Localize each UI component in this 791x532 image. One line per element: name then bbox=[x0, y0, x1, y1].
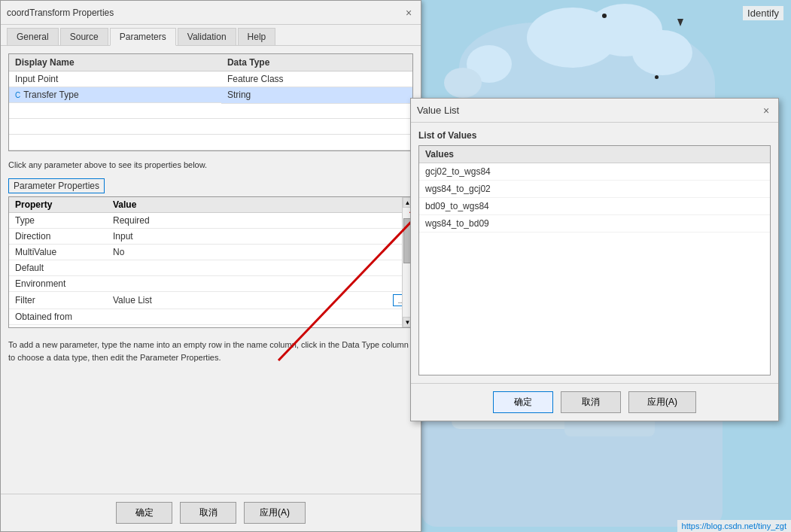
value-list-close-button[interactable]: × bbox=[760, 105, 772, 117]
table-row: Environment bbox=[9, 276, 412, 292]
list-item[interactable]: wgs84_to_bd09 bbox=[419, 215, 770, 233]
vl-cancel-button[interactable]: 取消 bbox=[561, 391, 621, 413]
table-row: MultiValue No bbox=[9, 245, 412, 260]
filter-value-text: Value List bbox=[113, 295, 390, 306]
prop-table: Property Value Type Required Direction I… bbox=[9, 197, 412, 325]
main-dialog-titlebar: coordTransform Properties × bbox=[1, 1, 421, 25]
table-row[interactable] bbox=[9, 135, 412, 150]
prop-col2: Value bbox=[107, 197, 412, 213]
value-list-title: Value List bbox=[417, 105, 459, 116]
prop-default-label: Default bbox=[9, 260, 107, 276]
col-display-name: Display Name bbox=[9, 54, 221, 71]
prop-multivalue-label: MultiValue bbox=[9, 245, 107, 260]
prop-default-value bbox=[107, 260, 412, 276]
prop-multivalue-value: No bbox=[107, 245, 412, 260]
list-item[interactable]: gcj02_to_wgs84 bbox=[419, 163, 770, 181]
main-dialog: coordTransform Properties × General Sour… bbox=[0, 0, 421, 532]
table-row: Obtained from bbox=[9, 309, 412, 325]
click-info-text: Click any parameter above to see its pro… bbox=[8, 159, 413, 171]
table-row[interactable] bbox=[9, 119, 412, 135]
main-confirm-button[interactable]: 确定 bbox=[116, 502, 172, 524]
row-display-name: Input Point bbox=[9, 71, 221, 87]
row-data-type: String bbox=[221, 87, 412, 104]
main-dialog-tabs: General Source Parameters Validation Hel… bbox=[1, 25, 421, 46]
table-row: Filter Value List ... bbox=[9, 292, 412, 309]
prop-type-label: Type bbox=[9, 213, 107, 229]
tab-parameters[interactable]: Parameters bbox=[110, 28, 176, 46]
main-cancel-button[interactable]: 取消 bbox=[180, 502, 236, 524]
tab-validation[interactable]: Validation bbox=[178, 28, 236, 45]
params-table-container: Display Name Data Type Input Point Featu… bbox=[8, 53, 413, 151]
prop-obtained-value bbox=[107, 309, 412, 325]
tab-help[interactable]: Help bbox=[238, 28, 276, 45]
main-apply-button[interactable]: 应用(A) bbox=[244, 502, 306, 524]
tab-source[interactable]: Source bbox=[60, 28, 108, 45]
prop-obtained-label: Obtained from bbox=[9, 309, 107, 325]
prop-table-container: Property Value Type Required Direction I… bbox=[8, 196, 413, 328]
value-list-titlebar: Value List × bbox=[411, 99, 778, 123]
table-row[interactable]: Input Point Feature Class bbox=[9, 71, 412, 87]
tab-general[interactable]: General bbox=[7, 28, 59, 45]
row-icon-and-name: C Transfer Type bbox=[9, 87, 221, 103]
main-dialog-content: Display Name Data Type Input Point Featu… bbox=[1, 46, 421, 494]
prop-col1: Property bbox=[9, 197, 107, 213]
vl-apply-button[interactable]: 应用(A) bbox=[628, 391, 696, 413]
value-list-header: Values bbox=[419, 146, 770, 163]
map-url: https://blog.csdn.net/tiny_zgt bbox=[677, 520, 791, 532]
main-dialog-title: coordTransform Properties bbox=[7, 8, 114, 18]
param-properties-label: Parameter Properties bbox=[8, 178, 105, 193]
prop-environment-value bbox=[107, 276, 412, 292]
col-data-type: Data Type bbox=[221, 54, 412, 71]
param-properties-section: Parameter Properties Property Value Type… bbox=[8, 178, 413, 328]
prop-type-value: Required bbox=[107, 213, 412, 229]
prop-direction-value: Input bbox=[107, 229, 412, 245]
filter-value-wrap: Value List ... bbox=[107, 292, 412, 309]
row-data-type: Feature Class bbox=[221, 71, 412, 87]
table-row: Default bbox=[9, 260, 412, 276]
prop-direction-label: Direction bbox=[9, 229, 107, 245]
main-dialog-buttons: 确定 取消 应用(A) bbox=[1, 494, 421, 531]
bottom-info-text: To add a new parameter, type the name in… bbox=[8, 336, 413, 366]
params-section: Display Name Data Type Input Point Featu… bbox=[8, 53, 413, 151]
value-list-dialog: Value List × List of Values Values gcj02… bbox=[410, 98, 779, 421]
params-table: Display Name Data Type Input Point Featu… bbox=[9, 54, 412, 150]
list-item[interactable]: wgs84_to_gcj02 bbox=[419, 181, 770, 198]
vl-confirm-button[interactable]: 确定 bbox=[493, 391, 553, 413]
value-list-content: List of Values Values gcj02_to_wgs84 wgs… bbox=[411, 123, 778, 383]
table-row: Direction Input bbox=[9, 229, 412, 245]
map-label: Identify bbox=[743, 6, 783, 20]
main-dialog-close-button[interactable]: × bbox=[403, 7, 415, 19]
prop-filter-value-cell: Value List ... bbox=[107, 292, 412, 309]
row-icon: C bbox=[15, 91, 20, 99]
table-row[interactable] bbox=[9, 103, 412, 119]
prop-environment-label: Environment bbox=[9, 276, 107, 292]
value-list-buttons: 确定 取消 应用(A) bbox=[411, 383, 778, 421]
table-row[interactable]: C Transfer Type String bbox=[9, 87, 412, 104]
value-list-section-label: List of Values bbox=[418, 130, 771, 141]
prop-filter-label: Filter bbox=[9, 292, 107, 309]
table-row: Type Required bbox=[9, 213, 412, 229]
list-item[interactable]: bd09_to_wgs84 bbox=[419, 198, 770, 215]
value-list-container: Values gcj02_to_wgs84 wgs84_to_gcj02 bd0… bbox=[418, 145, 771, 375]
